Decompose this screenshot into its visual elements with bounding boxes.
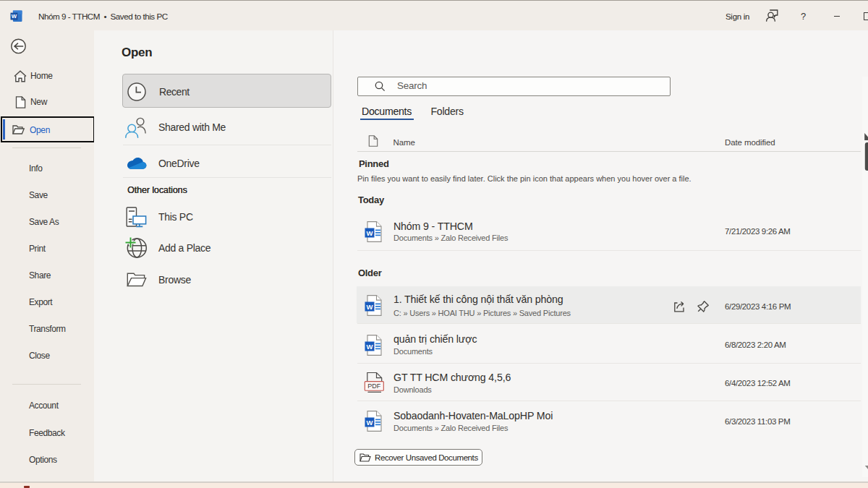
svg-text:PDF: PDF bbox=[367, 382, 381, 390]
svg-text:W: W bbox=[367, 303, 373, 311]
svg-text:W: W bbox=[367, 418, 373, 426]
svg-text:W: W bbox=[12, 13, 17, 20]
svg-text:W: W bbox=[367, 342, 373, 350]
svg-text:W: W bbox=[367, 228, 373, 236]
